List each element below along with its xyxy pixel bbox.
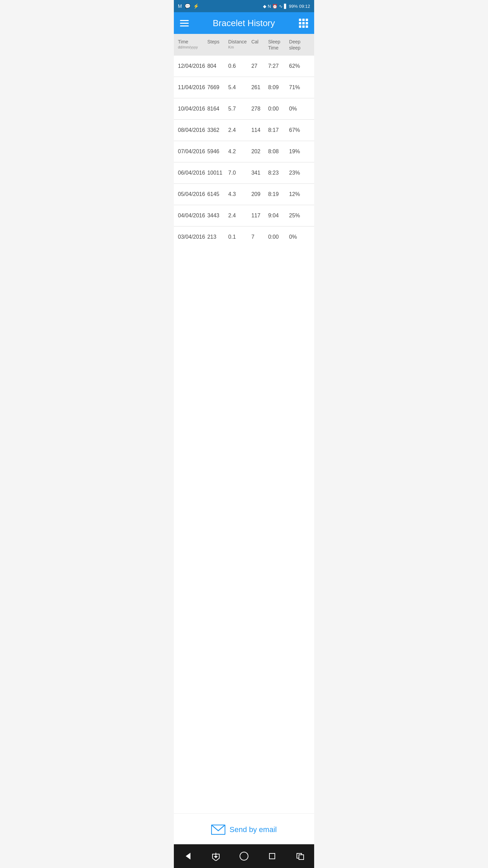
- signal-icon: ▋: [284, 4, 287, 9]
- cell-sleep-time: 8:23: [268, 170, 289, 176]
- svg-marker-1: [186, 853, 190, 860]
- cell-deep-sleep: 71%: [289, 84, 310, 91]
- cell-date: 03/04/2016: [178, 234, 207, 240]
- alarm-icon: ⏰: [272, 4, 278, 9]
- cell-deep-sleep: 25%: [289, 213, 310, 219]
- svg-rect-6: [269, 853, 275, 859]
- wifi-icon: ∿: [279, 4, 283, 9]
- cell-deep-sleep: 67%: [289, 127, 310, 133]
- col-steps: Steps: [207, 39, 228, 51]
- cell-sleep-time: 8:08: [268, 149, 289, 155]
- cell-sleep-time: 8:09: [268, 84, 289, 91]
- cell-deep-sleep: 0%: [289, 234, 310, 240]
- cell-distance: 2.4: [228, 213, 251, 219]
- svg-marker-4: [214, 856, 218, 858]
- cell-distance: 2.4: [228, 127, 251, 133]
- bluetooth-icon: ◆: [263, 4, 266, 9]
- cell-date: 10/04/2016: [178, 106, 207, 112]
- cell-steps: 3443: [207, 213, 228, 219]
- grid-button[interactable]: [299, 19, 308, 28]
- bottom-nav: [174, 844, 314, 868]
- cell-steps: 3362: [207, 127, 228, 133]
- home-button[interactable]: [237, 849, 251, 864]
- cell-steps: 8164: [207, 106, 228, 112]
- cell-deep-sleep: 62%: [289, 63, 310, 69]
- cell-distance: 0.6: [228, 63, 251, 69]
- col-sleep-time: Sleep Time: [268, 39, 289, 51]
- cell-sleep-time: 0:00: [268, 106, 289, 112]
- cell-steps: 213: [207, 234, 228, 240]
- cell-cal: 261: [251, 84, 268, 91]
- message-icon: 💬: [185, 3, 190, 9]
- recents-button[interactable]: [265, 849, 280, 864]
- cell-cal: 117: [251, 213, 268, 219]
- cell-cal: 7: [251, 234, 268, 240]
- col-deep-sleep: Deep sleep: [289, 39, 310, 51]
- table-row: 05/04/2016 6145 4.3 209 8:19 12%: [174, 184, 314, 205]
- col-steps-label: Steps: [207, 39, 220, 45]
- cell-steps: 6145: [207, 191, 228, 197]
- cell-deep-sleep: 19%: [289, 149, 310, 155]
- send-email-button[interactable]: Send by email: [174, 813, 314, 844]
- col-deep-sleep-label: Deep sleep: [289, 39, 310, 51]
- col-time-label: Time: [178, 39, 188, 45]
- table-row: 12/04/2016 804 0.6 27 7:27 62%: [174, 56, 314, 77]
- app-header: Bracelet History: [174, 12, 314, 34]
- cell-deep-sleep: 23%: [289, 170, 310, 176]
- email-icon: [211, 825, 225, 835]
- cell-distance: 7.0: [228, 170, 251, 176]
- cell-cal: 209: [251, 191, 268, 197]
- table-row: 03/04/2016 213 0.1 7 0:00 0%: [174, 226, 314, 248]
- status-bar: M 💬 ⚡ ◆ N ⏰ ∿ ▋ 99% 09:12: [174, 0, 314, 12]
- cell-cal: 341: [251, 170, 268, 176]
- col-time: Time dd/mm/yyyy: [178, 39, 207, 51]
- table-row: 07/04/2016 5946 4.2 202 8:08 19%: [174, 141, 314, 162]
- cell-distance: 0.1: [228, 234, 251, 240]
- svg-point-5: [240, 852, 248, 860]
- screenshot-button[interactable]: [293, 849, 308, 864]
- battery-label: 99%: [289, 4, 298, 9]
- cell-date: 06/04/2016: [178, 170, 207, 176]
- table-row: 08/04/2016 3362 2.4 114 8:17 67%: [174, 120, 314, 141]
- cell-date: 11/04/2016: [178, 84, 207, 91]
- table-row: 10/04/2016 8164 5.7 278 0:00 0%: [174, 98, 314, 120]
- cell-deep-sleep: 12%: [289, 191, 310, 197]
- cell-date: 12/04/2016: [178, 63, 207, 69]
- cell-cal: 114: [251, 127, 268, 133]
- cell-sleep-time: 8:17: [268, 127, 289, 133]
- cell-sleep-time: 8:19: [268, 191, 289, 197]
- cell-steps: 5946: [207, 149, 228, 155]
- col-distance-sub: Km: [228, 45, 234, 50]
- col-cal: Cal: [251, 39, 268, 51]
- status-right-icons: ◆ N ⏰ ∿ ▋ 99% 09:12: [263, 4, 310, 9]
- time-label: 09:12: [299, 4, 310, 9]
- col-distance: Distance Km: [228, 39, 251, 51]
- cell-date: 08/04/2016: [178, 127, 207, 133]
- table-row: 11/04/2016 7669 5.4 261 8:09 71%: [174, 77, 314, 98]
- nfc-icon: N: [268, 4, 271, 9]
- usb-icon: ⚡: [193, 3, 199, 9]
- status-left-icons: M 💬 ⚡: [178, 3, 199, 9]
- page-title: Bracelet History: [213, 18, 275, 28]
- cell-sleep-time: 7:27: [268, 63, 289, 69]
- col-cal-label: Cal: [251, 39, 259, 45]
- table-header: Time dd/mm/yyyy Steps Distance Km Cal Sl…: [174, 34, 314, 56]
- menu-button[interactable]: [180, 20, 189, 26]
- cell-steps: 804: [207, 63, 228, 69]
- col-time-sub: dd/mm/yyyy: [178, 45, 198, 50]
- cell-date: 04/04/2016: [178, 213, 207, 219]
- down-button[interactable]: [208, 849, 223, 864]
- col-distance-label: Distance: [228, 39, 247, 45]
- table-body: 12/04/2016 804 0.6 27 7:27 62% 11/04/201…: [174, 56, 314, 813]
- cell-steps: 7669: [207, 84, 228, 91]
- svg-rect-8: [299, 855, 304, 860]
- back-button[interactable]: [180, 849, 195, 864]
- cell-date: 07/04/2016: [178, 149, 207, 155]
- cell-steps: 10011: [207, 170, 228, 176]
- table-row: 04/04/2016 3443 2.4 117 9:04 25%: [174, 205, 314, 226]
- col-sleep-time-label: Sleep Time: [268, 39, 289, 51]
- cell-distance: 5.4: [228, 84, 251, 91]
- cell-cal: 27: [251, 63, 268, 69]
- cell-date: 05/04/2016: [178, 191, 207, 197]
- send-email-label: Send by email: [229, 825, 277, 834]
